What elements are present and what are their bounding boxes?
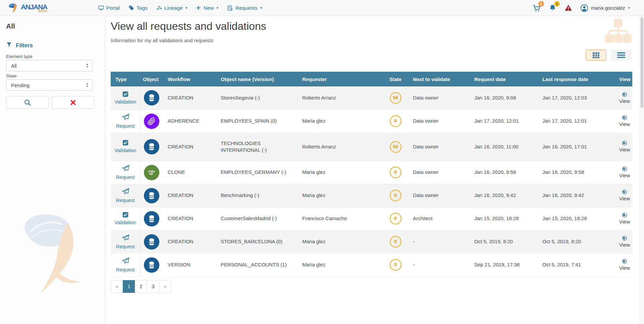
table-row: ValidationCREATIONCustomerSalesMadrid (-… xyxy=(111,207,632,230)
pagination-next[interactable]: » xyxy=(159,280,171,293)
select-arrows-icon: ▲▼ xyxy=(86,63,89,68)
view-label: View xyxy=(619,98,630,105)
row-object-name: STORES_BARCELONA (0) xyxy=(218,230,300,253)
row-last-response-date: Jan 16, 2020, 17:01 xyxy=(540,133,616,161)
view-button[interactable]: View xyxy=(619,140,630,153)
state-value: Pending xyxy=(11,82,30,88)
row-next-to-validate: - xyxy=(410,230,472,253)
element-type-label: Element type xyxy=(6,54,33,59)
row-workflow: CREATION xyxy=(165,207,218,230)
column-header: Object xyxy=(140,72,165,86)
row-type-label: Validation xyxy=(113,219,138,226)
row-request-date: Jan 16, 2020, 9:58 xyxy=(472,161,540,184)
anjana-logo[interactable]: ANJANA DATA xyxy=(8,3,47,13)
column-header: State xyxy=(381,72,410,86)
grid-icon xyxy=(592,52,600,59)
row-type-label: Request xyxy=(113,123,138,129)
nav-item-requests[interactable]: Requests▾ xyxy=(227,5,262,11)
row-requester: Roberto Arranz xyxy=(300,86,381,110)
pagination-page-3[interactable]: 3 xyxy=(147,280,159,293)
nav-item-portal[interactable]: Portal xyxy=(98,5,120,11)
view-button[interactable]: View xyxy=(619,212,630,225)
anjana-watermark xyxy=(17,213,91,297)
state-select[interactable]: Pending ▲▼ xyxy=(6,79,93,91)
row-next-to-validate: Data owner xyxy=(410,110,472,133)
row-requester: Maria glez xyxy=(300,253,381,276)
table-row: ValidationCREATIONStoresSegovia (-)Rober… xyxy=(111,86,632,110)
row-workflow: ADHERENCE xyxy=(165,110,218,133)
warning-icon[interactable] xyxy=(565,4,572,12)
table-view-toggle[interactable] xyxy=(586,50,606,61)
state-badge: 0 xyxy=(390,213,401,224)
top-navbar: ANJANA DATA PortalTagsLineage▾New▾Reques… xyxy=(0,0,644,16)
handshake-icon xyxy=(144,165,159,180)
database-icon xyxy=(144,257,159,273)
paper-plane-icon xyxy=(113,257,138,265)
row-last-response-date: Jan 15, 2020, 18:28 xyxy=(540,207,616,230)
view-button[interactable]: View xyxy=(619,258,630,271)
nav-item-new[interactable]: New▾ xyxy=(196,5,218,11)
page-title: View all requests and validations xyxy=(111,20,266,33)
view-label: View xyxy=(619,121,630,128)
view-button[interactable]: View xyxy=(619,91,630,105)
monitor-icon xyxy=(98,5,104,11)
user-menu[interactable]: maria gonzalez ▾ xyxy=(580,4,630,12)
database-icon xyxy=(144,188,159,203)
pagination-page-2[interactable]: 2 xyxy=(135,280,147,293)
nav-item-label: New xyxy=(203,5,214,11)
view-label: View xyxy=(619,195,630,202)
scrollbar-thumb[interactable] xyxy=(641,17,643,108)
scrollbar[interactable] xyxy=(640,16,644,324)
column-header: Last response date xyxy=(540,72,616,86)
search-button[interactable] xyxy=(6,96,49,109)
view-button[interactable]: View xyxy=(619,235,630,248)
nav-item-lineage[interactable]: Lineage▾ xyxy=(156,5,187,11)
view-label: View xyxy=(619,172,630,179)
row-type-label: Request xyxy=(113,174,138,181)
eye-icon xyxy=(622,140,628,146)
nav-item-tags[interactable]: Tags xyxy=(128,5,148,11)
user-name: maria gonzalez xyxy=(591,5,625,11)
tag-icon xyxy=(128,5,134,11)
table-row: RequestVERSIONPERSONAL_ACCOUNTS (1)Maria… xyxy=(111,253,632,276)
pagination-prev[interactable]: « xyxy=(111,280,123,293)
bell-badge: 3 xyxy=(554,1,560,7)
database-icon xyxy=(144,234,159,250)
row-object-name: CustomerSalesMadrid (-) xyxy=(218,207,300,230)
row-type-label: Validation xyxy=(113,147,138,154)
page-subtitle: Information for my all validations and r… xyxy=(111,38,213,43)
checkbox-icon xyxy=(113,91,138,98)
row-requester: Maria glez xyxy=(300,230,381,253)
row-last-response-date: Oct 5, 2019, 7:41 xyxy=(540,253,616,276)
row-last-response-date: Jan 17, 2020, 12:01 xyxy=(540,110,616,133)
pagination: «123» xyxy=(111,280,171,293)
row-workflow: CREATION xyxy=(165,184,218,207)
table-row: RequestCLONEEMPLOYEES_GERMANY (-)Maria g… xyxy=(111,161,632,184)
row-next-to-validate: Data owner xyxy=(410,86,472,110)
table-row: RequestCREATIONBenchmarking (-)Maria gle… xyxy=(111,184,632,207)
element-type-select[interactable]: All ▲▼ xyxy=(6,60,93,71)
row-object-name: EMPLOYEES_SPAIN (0) xyxy=(218,110,300,133)
view-button[interactable]: View xyxy=(619,166,630,179)
row-object-name: StoresSegovia (-) xyxy=(218,86,300,110)
column-header: View xyxy=(616,72,632,86)
eye-icon xyxy=(622,258,628,264)
cart-icon[interactable]: 1 xyxy=(533,4,541,12)
nav-item-label: Lineage xyxy=(164,5,183,11)
row-type-label: Validation xyxy=(113,99,138,105)
view-button[interactable]: View xyxy=(619,189,630,202)
row-workflow: VERSION xyxy=(165,253,218,276)
view-button[interactable]: View xyxy=(619,115,630,128)
view-label: View xyxy=(619,242,630,248)
search-icon xyxy=(24,99,31,106)
state-label: State xyxy=(6,73,17,78)
table-header-row: TypeObjectWorkflowObject name (Version)R… xyxy=(111,72,632,86)
nav-item-label: Portal xyxy=(106,5,120,11)
pagination-page-1[interactable]: 1 xyxy=(123,280,135,293)
row-request-date: Jan 17, 2020, 12:01 xyxy=(472,110,540,133)
clear-filters-button[interactable] xyxy=(52,96,94,109)
list-view-toggle[interactable] xyxy=(611,50,632,61)
chevron-down-icon: ▾ xyxy=(185,6,187,10)
filters-header: Filters xyxy=(6,42,33,49)
bell-icon[interactable]: 3 xyxy=(549,4,556,12)
